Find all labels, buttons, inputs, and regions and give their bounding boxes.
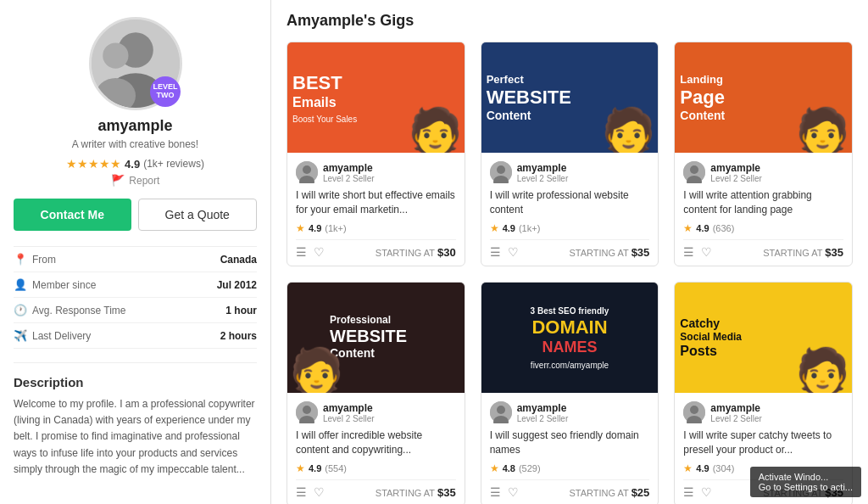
gig-body: amyample Level 2 Seller I will suggest s…	[481, 393, 659, 504]
seller-info: amyample Level 2 Seller	[710, 162, 762, 183]
description-text: Welcome to my profile. I am a profession…	[14, 396, 257, 478]
heart-icon[interactable]: ♡	[314, 485, 325, 499]
seller-info: amyample Level 2 Seller	[710, 402, 762, 423]
gig-thumbnail: LandingPageContent🧑	[675, 42, 852, 153]
heart-icon[interactable]: ♡	[314, 245, 325, 259]
gig-price: STARTING AT $35	[376, 486, 456, 499]
svg-point-9	[497, 165, 505, 174]
gig-rating-row: ★ 4.8 (529)	[490, 462, 650, 474]
watermark-line2: Go to Settings to acti...	[759, 482, 853, 492]
tagline: A writer with creative bones!	[14, 138, 257, 150]
menu-icon[interactable]: ☰	[296, 245, 307, 259]
info-table: 📍 From Canada 👤 Member since Jul 2012 🕐 …	[14, 246, 257, 349]
info-row: ✈️ Last Delivery 2 hours	[14, 323, 257, 349]
seller-avatar	[683, 161, 705, 183]
gig-price: STARTING AT $35	[763, 246, 843, 259]
info-icon: 👤	[14, 278, 27, 291]
gig-card[interactable]: ProfessionalWEBSITEContent🧑 amyample Lev…	[287, 282, 465, 504]
cartoon-character: 🧑	[289, 349, 344, 393]
gig-title: I will write short but effective emails …	[296, 188, 456, 217]
menu-icon[interactable]: ☰	[296, 485, 307, 499]
heart-icon[interactable]: ♡	[701, 485, 712, 499]
svg-point-18	[497, 406, 505, 414]
info-label: 📍 From	[14, 253, 56, 266]
gig-price-value: $35	[825, 246, 843, 259]
get-quote-button[interactable]: Get a Quote	[138, 199, 258, 231]
gig-body: amyample Level 2 Seller I will write att…	[675, 153, 852, 266]
info-value: 1 hour	[225, 305, 257, 316]
gig-actions: ☰ ♡	[683, 485, 712, 499]
seller-level: Level 2 Seller	[517, 174, 569, 183]
gig-rating-count: (304)	[713, 463, 735, 473]
cartoon-character: 🧑	[795, 109, 850, 153]
gig-title: I will write professional website conten…	[490, 188, 650, 217]
info-icon: 📍	[14, 253, 27, 266]
gig-actions: ☰ ♡	[296, 245, 325, 259]
gig-card[interactable]: LandingPageContent🧑 amyample Level 2 Sel…	[674, 42, 853, 266]
gig-body: amyample Level 2 Seller I will write pro…	[481, 153, 659, 266]
heart-icon[interactable]: ♡	[508, 485, 519, 499]
info-icon: 🕐	[14, 304, 27, 316]
gig-seller-row: amyample Level 2 Seller	[490, 161, 650, 183]
seller-info: amyample Level 2 Seller	[323, 162, 375, 183]
gig-rating-number: 4.9	[309, 223, 321, 233]
flag-icon: 🚩	[111, 174, 125, 187]
gig-card[interactable]: BESTEmailsBoost Your Sales🧑 amyample Lev…	[287, 42, 465, 266]
gig-title: I will suggest seo friendly domain names	[490, 428, 650, 457]
gig-footer: ☰ ♡ STARTING AT $35	[490, 239, 650, 259]
seller-name: amyample	[710, 162, 762, 174]
heart-icon[interactable]: ♡	[701, 245, 712, 259]
gig-actions: ☰ ♡	[490, 485, 519, 499]
username: amyample	[14, 117, 257, 135]
menu-icon[interactable]: ☰	[683, 245, 694, 259]
seller-avatar	[490, 401, 512, 423]
info-icon: ✈️	[14, 329, 27, 342]
gig-card[interactable]: 3 Best SEO friendlyDOMAINNAMESfiverr.com…	[481, 282, 659, 504]
svg-point-6	[303, 165, 311, 174]
gig-footer: ☰ ♡ STARTING AT $35	[296, 479, 456, 499]
gig-seller-row: amyample Level 2 Seller	[296, 401, 456, 423]
menu-icon[interactable]: ☰	[490, 245, 501, 259]
gig-body: amyample Level 2 Seller I will write sho…	[287, 153, 465, 266]
gig-thumbnail: BESTEmailsBoost Your Sales🧑	[287, 42, 465, 153]
contact-me-button[interactable]: Contact Me	[14, 199, 131, 231]
info-row: 👤 Member since Jul 2012	[14, 272, 257, 298]
gig-rating-count: (529)	[519, 463, 541, 473]
menu-icon[interactable]: ☰	[683, 485, 694, 499]
gig-title: I will write attention grabbing content …	[683, 188, 843, 217]
report-link[interactable]: Report	[129, 175, 159, 187]
gig-rating-row: ★ 4.9 (636)	[683, 222, 843, 234]
gig-price: STARTING AT $35	[569, 246, 649, 259]
menu-icon[interactable]: ☰	[490, 485, 501, 499]
svg-point-21	[690, 406, 698, 414]
gig-footer: ☰ ♡ STARTING AT $30	[296, 239, 456, 259]
report-row: 🚩 Report	[14, 174, 257, 187]
gig-card[interactable]: PerfectWEBSITEContent🧑 amyample Level 2 …	[481, 42, 659, 266]
svg-point-12	[690, 165, 698, 174]
gig-actions: ☰ ♡	[296, 485, 325, 499]
seller-info: amyample Level 2 Seller	[323, 402, 375, 423]
info-value: Canada	[220, 254, 257, 266]
gig-rating-number: 4.9	[696, 463, 709, 473]
avatar-container: LEVEL TWO	[14, 17, 257, 110]
rating-count: (1k+ reviews)	[143, 158, 204, 170]
info-label: 👤 Member since	[14, 278, 96, 291]
info-label: ✈️ Last Delivery	[14, 329, 91, 342]
rating-row: ★★★★★ 4.9 (1k+ reviews)	[14, 157, 257, 171]
gig-title: I will write super catchy tweets to pres…	[683, 428, 843, 457]
info-value: 2 hours	[220, 330, 257, 342]
heart-icon[interactable]: ♡	[508, 245, 519, 259]
gig-rating-number: 4.9	[503, 223, 515, 233]
seller-name: amyample	[323, 402, 375, 414]
level-badge: LEVEL TWO	[150, 76, 181, 107]
gig-star-icon: ★	[296, 462, 305, 474]
gig-rating-row: ★ 4.9 (554)	[296, 462, 456, 474]
gig-thumbnail: CatchySocial MediaPosts🧑	[675, 283, 852, 393]
gig-rating-number: 4.9	[696, 223, 709, 233]
gig-seller-row: amyample Level 2 Seller	[296, 161, 456, 183]
gig-thumbnail: 3 Best SEO friendlyDOMAINNAMESfiverr.com…	[481, 283, 659, 393]
gig-seller-row: amyample Level 2 Seller	[683, 161, 843, 183]
info-row: 📍 From Canada	[14, 247, 257, 272]
description-title: Description	[14, 375, 257, 389]
seller-avatar	[490, 161, 512, 183]
